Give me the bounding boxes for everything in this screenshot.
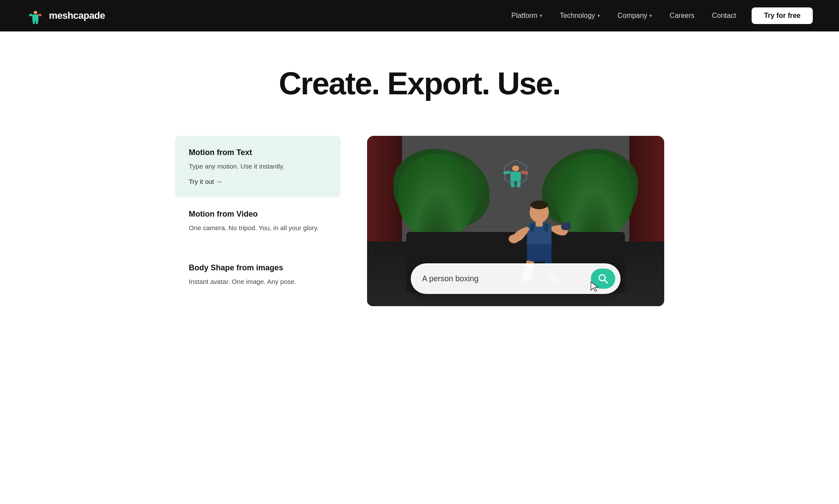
demo-scene: A person boxing [367,136,664,306]
main-content: Motion from Text Type any motion. Use it… [105,118,734,345]
nav-careers[interactable]: Careers [662,8,701,23]
brand-logo[interactable]: meshcapade [26,7,105,25]
svg-rect-9 [512,166,519,171]
feature-motion-text-link[interactable]: Try it out → [189,178,327,185]
svg-rect-18 [561,222,571,230]
plant-left-accent [398,153,476,241]
nav-company[interactable]: Company ▾ [610,8,659,23]
svg-line-28 [605,280,608,283]
feature-body-shape[interactable]: Body Shape from images Instant avatar. O… [175,251,341,305]
feature-body-shape-title: Body Shape from images [189,263,327,273]
svg-rect-12 [511,181,514,187]
nav-technology[interactable]: Technology ▾ [553,8,607,23]
feature-motion-video[interactable]: Motion from Video One camera. No tripod.… [175,197,341,252]
hero-title: Create. Export. Use. [26,66,813,101]
nav-platform[interactable]: Platform ▾ [504,8,549,23]
navbar: meshcapade Platform ▾ Technology ▾ Compa… [0,0,839,31]
svg-point-19 [509,235,519,243]
svg-rect-2 [34,11,37,14]
svg-rect-6 [36,21,38,24]
chevron-down-icon: ▾ [597,13,600,19]
chevron-down-icon: ▾ [540,13,542,19]
feature-motion-video-desc: One camera. No tripod. You, in all your … [189,223,327,233]
chevron-down-icon: ▾ [649,13,652,19]
search-query-text[interactable]: A person boxing [422,274,591,283]
cursor-icon [590,281,600,292]
svg-rect-25 [530,223,534,232]
svg-rect-20 [527,244,551,262]
svg-rect-5 [33,21,35,24]
svg-rect-17 [536,221,543,227]
svg-rect-11 [521,170,528,175]
logo-icon [26,7,45,25]
nav-contact[interactable]: Contact [705,8,743,23]
svg-point-16 [530,200,548,209]
feature-motion-video-title: Motion from Video [189,210,327,219]
demo-panel: A person boxing [367,136,664,311]
feature-body-shape-desc: Instant avatar. One image. Any pose. [189,277,327,287]
features-panel: Motion from Text Type any motion. Use it… [175,136,341,305]
svg-rect-13 [517,181,520,187]
svg-rect-10 [503,170,510,175]
nav-links: Platform ▾ Technology ▾ Company ▾ Career… [504,7,813,24]
feature-motion-text-title: Motion from Text [189,148,327,157]
try-for-free-button[interactable]: Try for free [752,7,813,24]
svg-rect-1 [32,14,38,21]
wall-logo-icon [498,158,533,193]
feature-motion-text[interactable]: Motion from Text Type any motion. Use it… [175,136,341,197]
svg-rect-26 [544,223,548,232]
hero-section: Create. Export. Use. [0,31,839,118]
feature-motion-text-desc: Type any motion. Use it instantly. [189,162,327,172]
svg-rect-8 [510,172,521,181]
brand-name: meshcapade [49,10,105,21]
search-bar: A person boxing [411,263,621,294]
